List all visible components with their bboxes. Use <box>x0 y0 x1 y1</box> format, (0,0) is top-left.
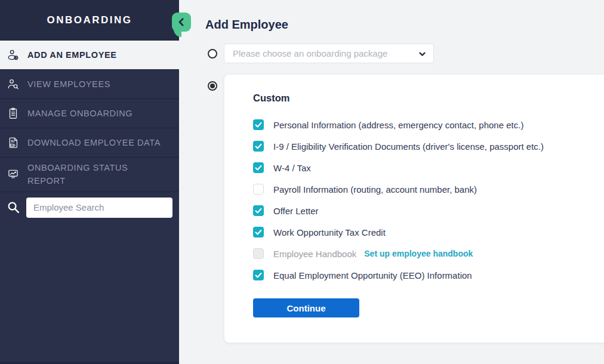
page-title: Add Employee <box>205 18 288 32</box>
checkbox-label: I-9 / Eligibility Verification Documents… <box>273 141 544 152</box>
sidebar-bottom-strip <box>0 362 179 364</box>
sidebar-item-onboarding-status-report[interactable]: ONBOARDING STATUS REPORT <box>0 158 179 192</box>
sidebar: ONBOARDING ADD AN EMPLOYEE VIEW EMPLOYEE… <box>0 0 179 364</box>
package-radio[interactable] <box>208 49 217 58</box>
checkbox-checked[interactable] <box>253 141 264 152</box>
checkbox-row: Offer Letter <box>253 200 604 221</box>
sidebar-item-download-employee-data[interactable]: LOGDOWNLOAD EMPLOYEE DATA <box>0 128 179 158</box>
checkbox-row: I-9 / Eligibility Verification Documents… <box>253 135 604 157</box>
checkbox-checked[interactable] <box>253 119 264 130</box>
sidebar-item-manage-onboarding[interactable]: MANAGE ONBOARDING <box>0 99 179 128</box>
custom-package-card: Custom Personal Information (address, em… <box>224 74 604 343</box>
checkbox-row: Payroll Information (routing, account nu… <box>253 178 604 200</box>
person-search-icon <box>6 78 20 91</box>
package-select[interactable]: Please choose an onboarding package <box>224 44 434 63</box>
checkbox-row: Employee HandbookSet up employee handboo… <box>253 243 604 264</box>
main-content: Add Employee Please choose an onboarding… <box>179 0 604 364</box>
checkbox-checked[interactable] <box>253 227 264 237</box>
checkbox-list: Personal Information (address, emergency… <box>253 114 604 286</box>
checkbox-label: Employee Handbook <box>273 249 356 259</box>
checkbox-unchecked[interactable] <box>253 184 264 195</box>
sidebar-item-add-an-employee[interactable]: ADD AN EMPLOYEE <box>0 41 179 70</box>
sidebar-item-label: VIEW EMPLOYEES <box>27 78 110 91</box>
custom-heading: Custom <box>253 92 604 104</box>
checkbox-checked[interactable] <box>253 270 264 280</box>
checkbox-label: Work Opportunity Tax Credit <box>273 227 386 237</box>
checkbox-label: Personal Information (address, emergency… <box>273 120 523 130</box>
svg-text:LOG: LOG <box>11 144 16 147</box>
search-icon <box>6 200 20 214</box>
checkbox-row: Work Opportunity Tax Credit <box>253 221 604 243</box>
sidebar-item-label: ADD AN EMPLOYEE <box>27 48 116 61</box>
setup-employee-handbook-link[interactable]: Set up employee handbook <box>364 249 473 258</box>
checkbox-checked[interactable] <box>253 205 264 216</box>
sidebar-item-label: ONBOARDING STATUS REPORT <box>27 161 138 188</box>
sidebar-title: ONBOARDING <box>47 14 132 26</box>
sidebar-item-label: MANAGE ONBOARDING <box>27 107 132 120</box>
clipboard-icon <box>6 107 20 120</box>
sidebar-header: ONBOARDING <box>0 0 179 41</box>
chart-board-icon <box>6 168 20 181</box>
chevron-down-icon <box>417 49 427 59</box>
sidebar-item-label: DOWNLOAD EMPLOYEE DATA <box>27 136 161 149</box>
checkbox-checked[interactable] <box>253 162 264 173</box>
chevron-left-icon <box>172 13 191 32</box>
employee-search-input[interactable] <box>26 198 172 218</box>
continue-button[interactable]: Continue <box>253 298 359 317</box>
checkbox-unchecked <box>253 248 264 259</box>
sidebar-item-view-employees[interactable]: VIEW EMPLOYEES <box>0 70 179 99</box>
document-log-icon: LOG <box>6 136 20 149</box>
sidebar-collapse-button[interactable] <box>172 13 191 39</box>
sidebar-search <box>0 192 179 223</box>
custom-radio[interactable] <box>208 81 217 91</box>
checkbox-row: Equal Employment Opportunity (EEO) Infor… <box>253 264 604 286</box>
person-add-icon <box>6 48 20 61</box>
package-select-placeholder: Please choose an onboarding package <box>233 48 387 58</box>
sidebar-nav: ADD AN EMPLOYEE VIEW EMPLOYEES MANAGE ON… <box>0 41 179 192</box>
checkbox-label: W-4 / Tax <box>273 163 311 173</box>
checkbox-row: Personal Information (address, emergency… <box>253 114 604 135</box>
checkbox-label: Equal Employment Opportunity (EEO) Infor… <box>273 270 472 280</box>
onboarding-app: { "sidebar": { "title": "ONBOARDING", "i… <box>0 0 604 364</box>
checkbox-row: W-4 / Tax <box>253 157 604 178</box>
checkbox-label: Payroll Information (routing, account nu… <box>273 184 477 195</box>
checkbox-label: Offer Letter <box>273 206 319 216</box>
